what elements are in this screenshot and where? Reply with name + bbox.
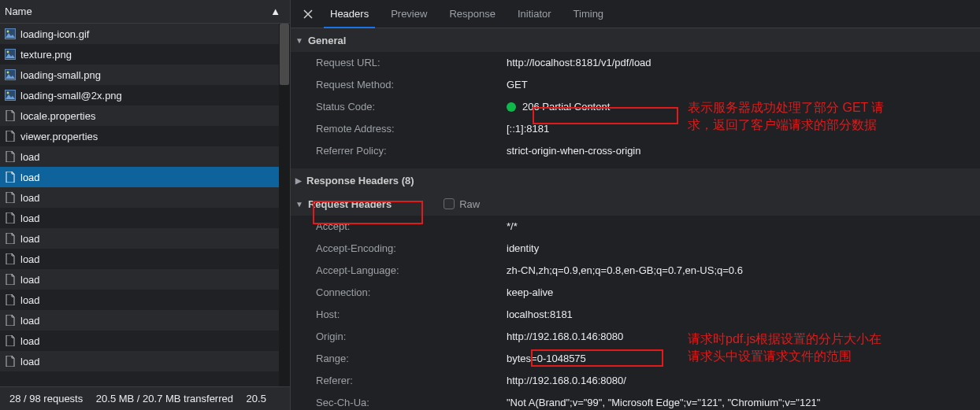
section-response-headers[interactable]: ▶ Response Headers (8): [291, 168, 980, 192]
raw-toggle-label: Raw: [459, 198, 480, 210]
list-item[interactable]: load: [0, 146, 290, 167]
row-accept-encoding: Accept-Encoding: identity: [291, 238, 980, 260]
status-code-value: 206 Partial Content: [522, 99, 610, 115]
list-item-label: load: [20, 151, 40, 163]
list-item-label: viewer.properties: [20, 131, 98, 142]
row-accept: Accept: */*: [291, 216, 980, 238]
list-item-label: load: [20, 253, 40, 265]
list-item[interactable]: load: [0, 167, 290, 187]
list-item-label: locale.properties: [20, 110, 95, 122]
list-item[interactable]: load: [0, 269, 290, 290]
list-item-label: load: [20, 356, 40, 368]
status-ok-icon: [507, 102, 516, 112]
tab-initiator[interactable]: Initiator: [507, 0, 562, 28]
scrollbar-track[interactable]: [279, 24, 290, 386]
section-request-headers[interactable]: ▼ Request Headers Raw: [291, 192, 980, 216]
list-item-label: texture.png: [20, 49, 72, 61]
list-item[interactable]: load: [0, 249, 290, 269]
svg-point-7: [7, 92, 9, 94]
annotation-text-status-l1: 表示服务器成功处理了部分 GET 请: [688, 99, 885, 116]
detail-tabs-bar: Headers Preview Response Initiator Timin…: [291, 0, 980, 28]
network-request-list-panel: Name ▲ loading-icon.gif texture.png load…: [0, 0, 291, 410]
row-accept-language: Accept-Language: zh-CN,zh;q=0.9,en;q=0.8…: [291, 260, 980, 282]
annotation-text-range-l1: 请求时pdf.js根据设置的分片大小在: [688, 331, 882, 348]
document-file-icon: [5, 233, 16, 244]
row-host: Host: localhost:8181: [291, 304, 980, 326]
chevron-down-icon: ▼: [295, 36, 303, 45]
annotation-text-status-l2: 求，返回了客户端请求的部分数据: [688, 116, 877, 134]
close-detail-button[interactable]: [297, 3, 319, 25]
list-item[interactable]: load: [0, 187, 290, 208]
scrollbar-thumb[interactable]: [280, 24, 289, 85]
list-item[interactable]: loading-small.png: [0, 65, 290, 85]
section-response-headers-title: Response Headers (8): [306, 175, 414, 187]
row-sec-ch-ua: Sec-Ch-Ua: "Not A(Brand";v="99", "Micros…: [291, 392, 980, 410]
headers-content: ▼ General Request URL: http://localhost:…: [291, 28, 980, 410]
svg-point-1: [7, 31, 9, 33]
tab-preview[interactable]: Preview: [380, 0, 438, 28]
row-referer: Referer: http://192.168.0.146:8080/: [291, 370, 980, 392]
name-column-label: Name: [5, 6, 32, 17]
document-file-icon: [5, 294, 16, 305]
list-item[interactable]: load: [0, 351, 290, 371]
list-item-label: loading-small@2x.png: [20, 90, 122, 102]
row-range: Range: bytes=0-1048575: [291, 348, 980, 370]
name-column-header[interactable]: Name ▲: [0, 0, 290, 24]
list-item[interactable]: load: [0, 208, 290, 228]
list-item-label: load: [20, 212, 40, 224]
svg-point-5: [7, 72, 9, 74]
list-item[interactable]: locale.properties: [0, 105, 290, 126]
list-item[interactable]: viewer.properties: [0, 126, 290, 146]
list-item-label: load: [20, 233, 40, 245]
document-file-icon: [5, 212, 16, 223]
list-item-label: load: [20, 315, 40, 327]
list-item-label: loading-small.png: [20, 69, 101, 81]
list-item[interactable]: load: [0, 310, 290, 331]
annotation-text-range-l2: 请求头中设置请求文件的范围: [688, 348, 852, 365]
document-file-icon: [5, 335, 16, 346]
document-file-icon: [5, 192, 16, 203]
image-file-icon: [5, 69, 16, 80]
section-request-headers-title: Request Headers: [308, 198, 392, 210]
document-file-icon: [5, 274, 16, 285]
list-item[interactable]: texture.png: [0, 44, 290, 65]
network-status-text: 28 / 98 requests 20.5 MB / 20.7 MB trans…: [9, 393, 266, 404]
tab-response[interactable]: Response: [438, 0, 507, 28]
close-icon: [303, 9, 314, 20]
checkbox-icon: [444, 198, 455, 209]
image-file-icon: [5, 90, 16, 101]
network-status-bar: 28 / 98 requests 20.5 MB / 20.7 MB trans…: [0, 386, 290, 410]
chevron-down-icon: ▼: [295, 200, 303, 209]
request-rows: loading-icon.gif texture.png loading-sma…: [0, 24, 290, 386]
document-file-icon: [5, 172, 16, 183]
document-file-icon: [5, 110, 16, 121]
list-item[interactable]: loading-small@2x.png: [0, 85, 290, 105]
list-item-label: loading-icon.gif: [20, 28, 89, 40]
list-item-label: load: [20, 335, 40, 347]
tab-headers[interactable]: Headers: [319, 0, 380, 28]
request-detail-panel: Headers Preview Response Initiator Timin…: [291, 0, 980, 410]
list-item[interactable]: load: [0, 228, 290, 249]
tab-timing[interactable]: Timing: [562, 0, 615, 28]
document-file-icon: [5, 315, 16, 326]
list-item[interactable]: load: [0, 331, 290, 351]
list-item-label: load: [20, 192, 40, 204]
section-general-title: General: [308, 35, 346, 46]
svg-point-3: [7, 51, 9, 54]
row-connection: Connection: keep-alive: [291, 282, 980, 304]
raw-toggle[interactable]: Raw: [444, 198, 480, 210]
row-referrer-policy: Referrer Policy: strict-origin-when-cros…: [291, 140, 980, 162]
list-item-label: load: [20, 274, 40, 286]
document-file-icon: [5, 151, 16, 162]
list-item[interactable]: load: [0, 290, 290, 310]
list-item-label: load: [20, 294, 40, 306]
image-file-icon: [5, 49, 16, 60]
document-file-icon: [5, 356, 16, 367]
sort-ascending-icon[interactable]: ▲: [270, 6, 280, 17]
row-request-url: Request URL: http://localhost:8181/v1/pd…: [291, 52, 980, 74]
section-general[interactable]: ▼ General: [291, 28, 980, 52]
list-item[interactable]: loading-icon.gif: [0, 24, 290, 44]
list-item-label: load: [20, 172, 40, 183]
document-file-icon: [5, 131, 16, 142]
document-file-icon: [5, 253, 16, 264]
